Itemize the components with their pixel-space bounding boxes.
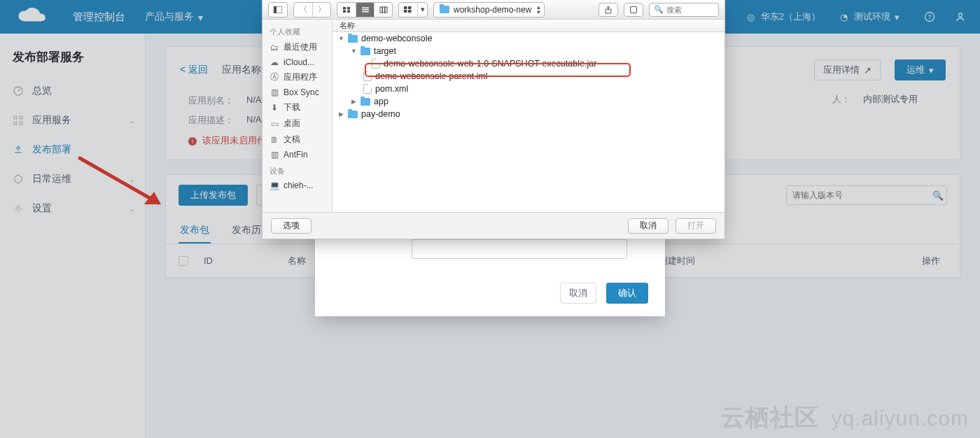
svg-rect-20 [382, 7, 384, 13]
finder-cancel-button[interactable]: 取消 [628, 218, 668, 234]
folder-icon [348, 35, 358, 43]
download-icon: ⬇ [270, 103, 279, 113]
svg-rect-27 [631, 6, 637, 13]
view-icons-icon[interactable] [337, 3, 356, 17]
tree-node-file[interactable]: demo-webconsole-parent.iml [332, 70, 724, 83]
modal-textarea[interactable] [412, 239, 627, 259]
disclosure-right-icon[interactable]: ▶ [351, 99, 357, 105]
svg-rect-13 [347, 7, 350, 10]
tree-node-folder[interactable]: ▶ pay-demo [332, 108, 724, 120]
svg-rect-16 [362, 7, 369, 8]
svg-rect-25 [408, 10, 412, 13]
finder-search[interactable]: 🔍 [649, 3, 719, 17]
fav-icloud[interactable]: ☁iCloud... [262, 55, 332, 69]
search-icon: 🔍 [654, 5, 664, 14]
path-dropdown[interactable]: workshop-demo-new ▲▼ [433, 2, 545, 17]
view-columns-icon[interactable] [374, 3, 392, 17]
disclosure-down-icon[interactable]: ▼ [351, 48, 357, 55]
laptop-icon: 💻 [270, 181, 279, 190]
svg-rect-19 [380, 7, 382, 13]
finder-search-input[interactable] [666, 6, 714, 14]
folder-icon [360, 98, 370, 106]
column-header-name[interactable]: 名称 [332, 20, 724, 32]
jar-file-icon [372, 59, 380, 69]
file-tree: ▼ demo-webconsole ▼ target demo-webconso… [332, 32, 724, 212]
finder-open-button[interactable]: 打开 [676, 218, 716, 234]
disclosure-down-icon[interactable]: ▼ [338, 36, 344, 42]
folder-icon [440, 6, 449, 13]
sidebar-toggle-icon[interactable] [269, 3, 287, 17]
nav-forward-icon[interactable]: 〉 [312, 3, 330, 17]
svg-rect-18 [362, 11, 369, 13]
file-icon [363, 71, 372, 81]
svg-rect-22 [404, 6, 407, 9]
arrange-icon[interactable] [399, 3, 417, 17]
finder-footer: 选项 取消 打开 [262, 212, 724, 239]
finder-options-button[interactable]: 选项 [271, 218, 312, 234]
folder-icon: ▥ [270, 150, 279, 160]
fav-applications[interactable]: Ⓐ应用程序 [262, 69, 332, 85]
tree-node-folder[interactable]: ▶ app [332, 95, 724, 108]
modal-confirm-button[interactable]: 确认 [606, 283, 648, 304]
updown-icon: ▲▼ [536, 5, 541, 15]
arrange-dropdown[interactable]: ▾ [398, 2, 428, 17]
fav-boxsync[interactable]: ▥Box Sync [262, 85, 332, 99]
folder-icon [360, 48, 370, 55]
svg-rect-23 [408, 6, 412, 9]
svg-rect-12 [343, 7, 346, 10]
tree-node-folder[interactable]: ▼ demo-webconsole [332, 32, 724, 45]
cloud-icon: ☁ [270, 57, 279, 67]
finder-dialog: 〈 〉 ▾ workshop-demo-new ▲▼ 🔍 [262, 0, 725, 239]
fav-desktop[interactable]: ▭桌面 [262, 115, 332, 132]
svg-rect-24 [404, 10, 407, 13]
desktop-icon: ▭ [270, 119, 279, 129]
fav-downloads[interactable]: ⬇下载 [262, 99, 332, 115]
modal-cancel-button[interactable]: 取消 [560, 283, 596, 304]
fav-antfin[interactable]: ▥AntFin [262, 148, 332, 162]
disclosure-right-icon[interactable]: ▶ [338, 111, 344, 118]
tags-icon[interactable] [624, 3, 643, 17]
tree-node-folder[interactable]: ▼ target [332, 45, 724, 57]
svg-rect-14 [343, 10, 346, 13]
clock-folder-icon: 🗂 [270, 43, 279, 52]
share-icon[interactable] [598, 3, 618, 17]
nav-back-icon[interactable]: 〈 [294, 3, 312, 17]
devices-header: 设备 [262, 162, 332, 178]
svg-rect-21 [385, 7, 387, 13]
apps-icon: Ⓐ [270, 73, 279, 83]
svg-rect-17 [362, 9, 369, 10]
folder-icon: ▥ [270, 87, 279, 97]
view-list-icon[interactable] [356, 3, 374, 17]
view-mode-group[interactable] [337, 2, 393, 17]
finder-sidebar: 个人收藏 🗂最近使用 ☁iCloud... Ⓐ应用程序 ▥Box Sync ⬇下… [262, 20, 332, 212]
document-icon: 🗎 [270, 135, 279, 145]
file-icon [363, 84, 372, 94]
device-laptop[interactable]: 💻chieh-... [262, 178, 332, 192]
chevron-down-icon[interactable]: ▾ [417, 3, 427, 17]
fav-documents[interactable]: 🗎文稿 [262, 132, 332, 148]
tree-node-file-jar[interactable]: demo-webconsole-web-1.0-SNAPSHOT-executa… [332, 57, 724, 70]
folder-icon [348, 111, 358, 118]
svg-rect-11 [274, 6, 276, 13]
nav-back-forward[interactable]: 〈 〉 [293, 2, 331, 17]
favorites-header: 个人收藏 [262, 22, 332, 39]
finder-toolbar: 〈 〉 ▾ workshop-demo-new ▲▼ 🔍 [262, 0, 724, 20]
fav-recent[interactable]: 🗂最近使用 [262, 39, 332, 55]
svg-rect-15 [347, 10, 350, 13]
sidebar-toggle-group[interactable] [268, 2, 288, 17]
tree-node-file[interactable]: pom.xml [332, 83, 724, 95]
